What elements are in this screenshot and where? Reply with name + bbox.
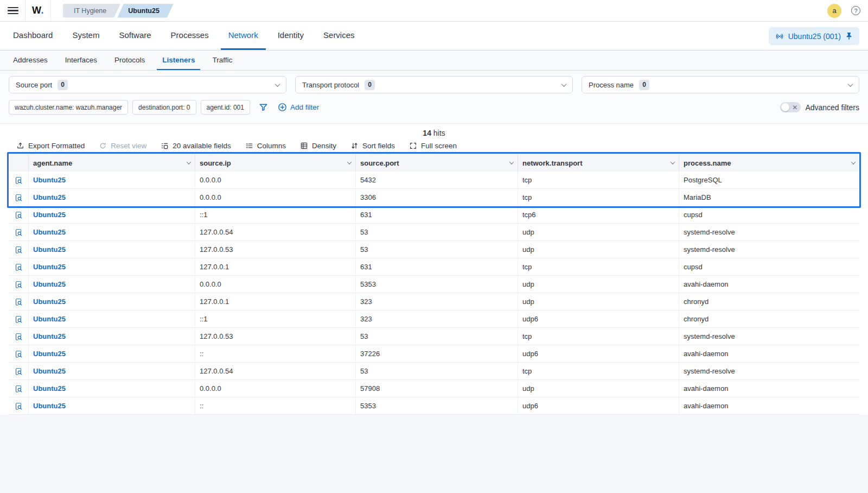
sort-fields-button[interactable]: Sort fields [350,142,395,150]
agent-name-link[interactable]: Ubuntu25 [33,367,66,375]
tab-network[interactable]: Network [221,22,266,50]
network-transport-cell: tcp6 [518,206,679,223]
menu-icon[interactable] [8,7,18,15]
hits-count: 14 hits [0,124,868,137]
network-transport-cell: udp [518,276,679,293]
tab-processes[interactable]: Processes [163,22,216,50]
full-screen-button[interactable]: Full screen [409,142,457,150]
agent-name-link[interactable]: Ubuntu25 [33,245,66,254]
expand-row-button[interactable] [9,172,29,188]
inspect-icon [14,332,23,341]
header-source-port[interactable]: source.port [356,154,518,172]
table-row: Ubuntu25 127.0.0.53 53 tcp systemd-resol… [9,328,859,345]
breadcrumb-ubuntu25[interactable]: Ubuntu25 [117,4,174,18]
source-port-cell: 3306 [356,189,518,206]
chevron-down-icon [509,160,514,164]
expand-row-button[interactable] [9,363,29,380]
agent-name-link[interactable]: Ubuntu25 [33,263,66,271]
subtab-traffic[interactable]: Traffic [207,50,238,70]
agent-name-link[interactable]: Ubuntu25 [33,211,66,219]
agent-selector-chip[interactable]: Ubuntu25 (001) [769,27,859,45]
subtab-addresses[interactable]: Addresses [8,50,53,70]
agent-name-link[interactable]: Ubuntu25 [33,402,66,410]
expand-row-button[interactable] [9,241,29,258]
columns-button[interactable]: Columns [245,142,286,150]
advanced-filters-toggle[interactable]: ✕ [780,102,801,112]
inspect-icon [14,384,23,393]
source-ip-cell: :: [195,397,356,414]
process-name-cell: cupsd [679,206,859,223]
process-name-filter-dropdown[interactable]: Process name 0 [582,76,859,93]
tab-software[interactable]: Software [111,22,158,50]
chevron-down-icon [187,160,191,164]
avatar[interactable]: a [827,4,841,18]
chevron-down-icon [275,81,280,87]
source-port-filter-dropdown[interactable]: Source port 0 [9,76,286,93]
agent-name-link[interactable]: Ubuntu25 [33,332,66,340]
subtab-protocols[interactable]: Protocols [109,50,150,70]
agent-name-link[interactable]: Ubuntu25 [33,228,66,236]
expand-row-button[interactable] [9,293,29,310]
tab-identity[interactable]: Identity [270,22,311,50]
help-icon[interactable]: ? [851,6,860,15]
header-agent-name[interactable]: agent.name [29,154,195,172]
export-formatted-button[interactable]: Export Formatted [16,142,85,150]
agent-name-link[interactable]: Ubuntu25 [33,315,66,323]
advanced-filters-label: Advanced filters [805,103,859,112]
wazuh-logo[interactable]: W. [32,5,44,16]
inspect-icon [14,211,23,219]
agent-name-link[interactable]: Ubuntu25 [33,176,66,184]
process-name-cell: chronyd [679,293,859,310]
expand-row-button[interactable] [9,311,29,327]
inspect-icon [14,228,23,237]
header-process-name[interactable]: process.name [679,154,859,172]
filter-pill-agent-id[interactable]: agent.id: 001 [201,100,250,115]
results-panel: 14 hits Export Formatted Reset view 20 a… [0,123,868,415]
filter-pill-cluster-name[interactable]: wazuh.cluster.name: wazuh.manager [9,100,128,115]
columns-icon [245,142,253,150]
agent-name-link[interactable]: Ubuntu25 [33,193,66,201]
agent-name-link[interactable]: Ubuntu25 [33,298,66,306]
expand-row-button[interactable] [9,397,29,414]
subtab-interfaces[interactable]: Interfaces [60,50,103,70]
expand-row-button[interactable] [9,189,29,206]
expand-row-button[interactable] [9,206,29,223]
available-fields-button[interactable]: 20 available fields [161,142,231,150]
density-button[interactable]: Density [300,142,336,150]
process-name-cell: avahi-daemon [679,397,859,414]
agent-name-link[interactable]: Ubuntu25 [33,280,66,288]
source-port-cell: 53 [356,328,518,345]
breadcrumb-it-hygiene[interactable]: IT Hygiene [63,4,120,18]
tab-services[interactable]: Services [316,22,362,50]
expand-row-button[interactable] [9,328,29,345]
header-network-transport[interactable]: network.transport [518,154,679,172]
inspect-icon [14,176,23,185]
inspect-icon [14,315,23,324]
chevron-down-icon [848,81,853,87]
filter-pill-destination-port[interactable]: destination.port: 0 [132,100,196,115]
expand-row-button[interactable] [9,380,29,397]
expand-row-button[interactable] [9,258,29,275]
subtab-listeners[interactable]: Listeners [157,50,200,70]
agent-name-link[interactable]: Ubuntu25 [33,384,66,393]
agent-name-link[interactable]: Ubuntu25 [33,350,66,358]
expand-row-button[interactable] [9,224,29,241]
tab-system[interactable]: System [65,22,107,50]
transport-protocol-filter-dropdown[interactable]: Transport protocol 0 [295,76,573,93]
divider [25,0,25,22]
expand-row-button[interactable] [9,345,29,362]
reset-view-button[interactable]: Reset view [99,142,146,150]
chevron-down-icon [347,160,352,164]
table-body: Ubuntu25 0.0.0.0 5432 tcp PostgreSQL Ubu… [9,172,859,415]
add-filter-button[interactable]: Add filter [278,103,319,112]
broadcast-icon [775,32,784,41]
source-port-cell: 5432 [356,172,518,188]
funnel-icon[interactable] [259,103,268,112]
plus-circle-icon [278,103,287,112]
tab-dashboard[interactable]: Dashboard [5,22,60,50]
expand-row-button[interactable] [9,276,29,293]
header-source-ip[interactable]: source.ip [195,154,356,172]
pin-icon[interactable] [845,32,853,40]
source-ip-cell: 127.0.0.54 [195,224,356,241]
process-name-cell: MariaDB [679,189,859,206]
